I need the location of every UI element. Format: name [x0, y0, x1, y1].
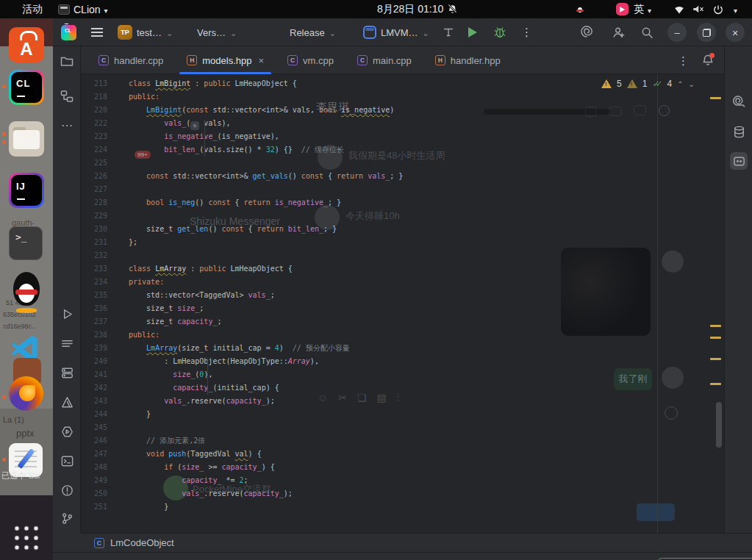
volume-indicator[interactable] — [692, 0, 704, 18]
clion-dock-icon[interactable] — [9, 70, 44, 105]
line-number[interactable]: 223 — [81, 130, 113, 143]
line-number[interactable]: 249 — [81, 474, 113, 487]
clock-menu[interactable]: 8月28日 01:10 — [377, 0, 458, 18]
code-line[interactable]: 236 size_t size_; — [81, 302, 403, 315]
line-number[interactable]: 241 — [81, 368, 113, 381]
project-tool-button[interactable] — [58, 52, 76, 70]
vcs-tool-button[interactable] — [58, 509, 76, 527]
structure-tool-button[interactable] — [58, 87, 76, 105]
code-line[interactable]: 242 capacity_(initial_cap) { — [81, 381, 403, 395]
tab-handler.cpp[interactable]: Chandler.cpp — [87, 47, 175, 73]
code-line[interactable]: 228 bool is_neg() const { return is_nega… — [81, 196, 403, 209]
line-number[interactable]: 225 — [81, 157, 113, 170]
main-menu-button[interactable] — [91, 18, 103, 46]
ai-chat-tool-button[interactable] — [730, 93, 748, 111]
line-number[interactable]: 222 — [81, 117, 113, 130]
code-line[interactable]: 229 — [81, 209, 403, 223]
tab-handler.hpp[interactable]: Hhandler.hpp — [423, 47, 512, 73]
code-line[interactable]: 233class LmArray : public LmHeapObject { — [81, 262, 403, 276]
line-number[interactable]: 228 — [81, 196, 113, 209]
line-number[interactable]: 243 — [81, 395, 113, 408]
code-line[interactable]: 234private: — [81, 276, 403, 289]
code-line[interactable]: 223 is_negative_(is_negative), — [81, 130, 403, 143]
power-indicator[interactable] — [712, 0, 724, 18]
show-applications-button[interactable] — [14, 525, 39, 550]
build-type-selector[interactable]: Release — [290, 18, 336, 46]
code-line[interactable]: 220 LmBigint(const std::vector<int>& val… — [81, 104, 403, 117]
more-actions-button[interactable] — [521, 18, 532, 46]
line-number[interactable]: 227 — [81, 183, 113, 196]
project-widget[interactable]: TP test… — [118, 18, 173, 46]
line-number[interactable]: 213 — [81, 77, 113, 90]
code-line[interactable]: 250 vals_.reserve(capacity_); — [81, 487, 403, 500]
database-tool-button[interactable] — [730, 123, 748, 140]
close-tab-icon[interactable] — [258, 55, 264, 66]
code-line[interactable]: 247 void push(TaggedVal val) { — [81, 448, 403, 461]
code-editor[interactable]: 李思琪 99+ 我假期是48小时生活周 Shizuku Messenger 今天… — [81, 74, 724, 533]
tray-pink-app-icon[interactable] — [616, 0, 629, 18]
line-number[interactable]: 247 — [81, 448, 113, 461]
code-line[interactable]: 240 : LmHeapObject(HeapObjType::Array), — [81, 355, 403, 368]
code-line[interactable]: 251 } — [81, 500, 403, 514]
line-number[interactable]: 235 — [81, 289, 113, 302]
line-number[interactable]: 239 — [81, 342, 113, 355]
run-tool-button[interactable] — [58, 305, 76, 323]
line-number[interactable]: 240 — [81, 355, 113, 368]
line-number[interactable]: 238 — [81, 329, 113, 342]
line-number[interactable]: 229 — [81, 209, 113, 223]
line-number[interactable]: 224 — [81, 143, 113, 157]
terminal-dock-icon[interactable] — [9, 226, 43, 260]
search-everywhere-button[interactable] — [640, 18, 654, 46]
line-number[interactable]: 231 — [81, 236, 113, 249]
code-line[interactable]: 227 — [81, 183, 403, 196]
line-number[interactable]: 233 — [81, 262, 113, 276]
minimize-button[interactable] — [667, 18, 687, 46]
tab-options-button[interactable] — [678, 54, 689, 68]
code-line[interactable]: 248 if (size_ >= capacity_) { — [81, 461, 403, 474]
code-line[interactable]: 231}; — [81, 236, 403, 249]
code-with-me-button[interactable] — [612, 18, 626, 46]
tab-models.hpp[interactable]: Hmodels.hpp — [175, 47, 276, 73]
input-method-indicator[interactable]: 英 — [634, 0, 651, 18]
system-menu-chevron[interactable] — [734, 0, 737, 18]
code-line[interactable]: 239 LmArray(size_t initial_cap = 4) // 预… — [81, 342, 403, 355]
line-number[interactable]: 230 — [81, 223, 113, 236]
firefox-dock-icon[interactable] — [9, 376, 43, 411]
services-tool-button[interactable] — [58, 364, 76, 381]
ai-assistant-button[interactable] — [581, 18, 595, 46]
line-number[interactable]: 246 — [81, 434, 113, 448]
line-number[interactable]: 218 — [81, 90, 113, 104]
line-number[interactable]: 232 — [81, 249, 113, 262]
stripe-mark[interactable] — [710, 97, 721, 99]
line-number[interactable]: 248 — [81, 461, 113, 474]
line-number[interactable]: 245 — [81, 421, 113, 434]
stripe-mark[interactable] — [710, 325, 721, 327]
code-line[interactable]: 246 // 添加元素,2倍 — [81, 434, 403, 448]
line-number[interactable]: 250 — [81, 487, 113, 500]
line-number[interactable]: 234 — [81, 276, 113, 289]
editor-scrollbar-thumb[interactable] — [716, 402, 722, 448]
code-line[interactable]: 245 — [81, 421, 403, 434]
restore-button[interactable] — [697, 18, 716, 46]
line-number[interactable]: 244 — [81, 408, 113, 421]
code-line[interactable]: 226 const std::vector<int>& get_vals() c… — [81, 170, 403, 183]
line-number[interactable]: 226 — [81, 170, 113, 183]
cmake-tool-button[interactable] — [58, 393, 76, 411]
tab-vm.cpp[interactable]: Cvm.cpp — [276, 47, 345, 73]
code-line[interactable]: 224 bit_len_(vals.size() * 32) {} // 缓存位… — [81, 143, 403, 157]
code-line[interactable]: 237 size_t capacity_; — [81, 315, 403, 329]
code-line[interactable]: 243 vals_.reserve(capacity_); — [81, 395, 403, 408]
close-button[interactable] — [726, 18, 745, 46]
next-problem-chevron[interactable]: ⌄ — [689, 80, 695, 88]
code-line[interactable]: 213class LmBigint : public LmHeapObject … — [81, 77, 403, 90]
qq-dock-icon[interactable] — [9, 272, 44, 313]
activities-button[interactable]: 活动 — [22, 0, 43, 18]
prev-problem-chevron[interactable]: ⌃ — [677, 80, 683, 88]
wifi-indicator[interactable] — [673, 0, 685, 18]
code-line[interactable]: 225 — [81, 157, 403, 170]
todo-tool-button[interactable] — [58, 334, 76, 352]
debug-button[interactable] — [493, 18, 506, 46]
code-line[interactable]: 235 std::vector<TaggedVal> vals_; — [81, 289, 403, 302]
line-number[interactable]: 251 — [81, 500, 113, 514]
line-number[interactable]: 237 — [81, 315, 113, 329]
